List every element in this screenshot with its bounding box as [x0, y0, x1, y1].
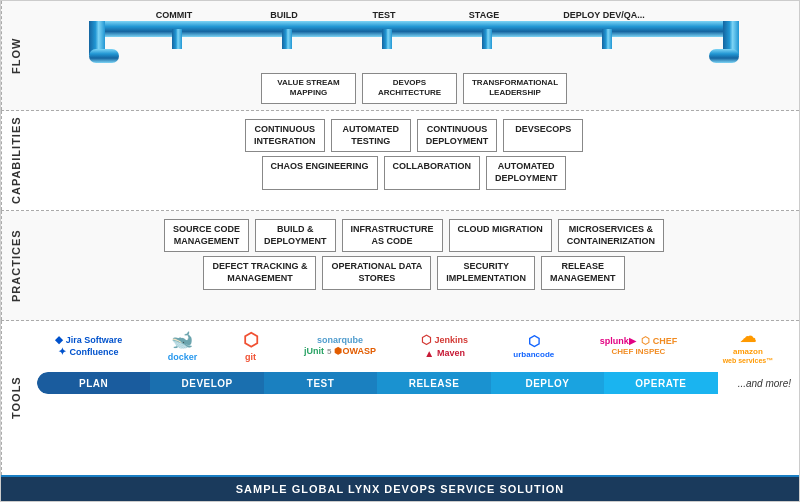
- svg-rect-13: [282, 29, 292, 49]
- urbancode-icon: ⬡: [528, 333, 540, 349]
- flow-row: FLOW COMMIT BUILD TEST STAGE DEPLOY DEV/…: [1, 1, 799, 111]
- tool-sonar-group: sonarqube jUnit 5 ⬢OWASP: [304, 335, 376, 356]
- prac-iac: INFRASTRUCTUREAS CODE: [342, 219, 443, 252]
- tool-urbancode: ⬡ urbancode: [513, 333, 554, 359]
- cap-chaos: CHAOS ENGINEERING: [262, 156, 378, 189]
- practices-label: PRACTICES: [1, 211, 29, 320]
- confluence-line: ✦ Confluence: [58, 346, 118, 357]
- seg-develop: DEVELOP: [150, 372, 263, 394]
- sep1: 5: [327, 347, 331, 356]
- maven-line: ▲ Maven: [424, 348, 465, 359]
- jira-line: ◆ Jira Software: [55, 334, 123, 345]
- maven-text: Maven: [437, 348, 465, 358]
- tool-splunk-chef: splunk▶ ⬡ CHEF CHEF INSPEC: [600, 335, 678, 356]
- svg-rect-14: [382, 29, 392, 49]
- capabilities-content: CONTINUOUSINTEGRATION AUTOMATEDTESTING C…: [29, 111, 799, 210]
- tool-jira-confluence: ◆ Jira Software ✦ Confluence: [55, 334, 123, 357]
- jenkins-text: Jenkins: [434, 335, 468, 345]
- confluence-icon: ✦: [58, 346, 66, 357]
- jenkins-icon: ⬡: [421, 333, 431, 347]
- chef-inspec-text: CHEF INSPEC: [612, 347, 666, 356]
- practices-row1: SOURCE CODEMANAGEMENT BUILD &DEPLOYMENT …: [37, 219, 791, 252]
- aws-text: amazon: [733, 347, 763, 356]
- cap-collab: COLLABORATION: [384, 156, 480, 189]
- cap-at: AUTOMATEDTESTING: [331, 119, 411, 152]
- cap-auto-deploy: AUTOMATEDDEPLOYMENT: [486, 156, 567, 189]
- footer: SAMPLE GLOBAL LYNX DEVOPS SERVICE SOLUTI…: [1, 475, 799, 501]
- and-more: ...and more!: [718, 378, 791, 389]
- junit-text: jUnit: [304, 346, 324, 356]
- svg-rect-10: [89, 49, 119, 63]
- capabilities-row1: CONTINUOUSINTEGRATION AUTOMATEDTESTING C…: [37, 119, 791, 152]
- pipeline-svg: COMMIT BUILD TEST STAGE DEPLOY DEV/QA...: [69, 7, 759, 69]
- owasp-text: ⬢OWASP: [334, 346, 376, 356]
- main-container: FLOW COMMIT BUILD TEST STAGE DEPLOY DEV/…: [0, 0, 800, 502]
- urbancode-text: urbancode: [513, 350, 554, 359]
- pipeline-bar-container: PLAN DEVELOP TEST RELEASE DEPLOY OPERATE…: [37, 372, 791, 394]
- chef-text: CHEF: [653, 336, 678, 346]
- jira-text: Jira Software: [66, 335, 123, 345]
- svg-rect-12: [172, 29, 182, 49]
- tools-row: TOOLS ◆ Jira Software ✦ Confluence 🐋: [1, 321, 799, 475]
- seg-release: RELEASE: [377, 372, 490, 394]
- junit-owasp-line: jUnit 5 ⬢OWASP: [304, 346, 376, 356]
- tool-jenkins-maven: ⬡ Jenkins ▲ Maven: [421, 333, 468, 359]
- seg-plan: PLAN: [37, 372, 150, 394]
- tools-content: ◆ Jira Software ✦ Confluence 🐋 docker ⬡: [29, 321, 799, 475]
- cap-cd: CONTINUOUSDEPLOYMENT: [417, 119, 498, 152]
- prac-security: SECURITYIMPLEMENTATION: [437, 256, 535, 289]
- maven-icon: ▲: [424, 348, 434, 359]
- docker-text: docker: [168, 352, 198, 362]
- tool-docker: 🐋 docker: [168, 329, 198, 362]
- flow-box-vsm: VALUE STREAMMAPPING: [261, 73, 356, 104]
- flow-box-trans-lead: TRANSFORMATIONALLEADERSHIP: [463, 73, 567, 104]
- svg-rect-16: [602, 29, 612, 49]
- svg-text:COMMIT: COMMIT: [156, 10, 193, 20]
- git-icon: ⬡: [243, 329, 259, 351]
- seg-operate: OPERATE: [604, 372, 717, 394]
- splunk-text: splunk▶: [600, 336, 636, 346]
- svg-text:TEST: TEST: [372, 10, 396, 20]
- splunk-line: splunk▶ ⬡ CHEF: [600, 335, 678, 346]
- cap-ci: CONTINUOUSINTEGRATION: [245, 119, 325, 152]
- jenkins-line: ⬡ Jenkins: [421, 333, 468, 347]
- capabilities-row: CAPABILITIES CONTINUOUSINTEGRATION AUTOM…: [1, 111, 799, 211]
- flow-boxes: VALUE STREAMMAPPING DEVOPSARCHITECTURE T…: [261, 73, 567, 104]
- jira-icon: ◆: [55, 334, 63, 345]
- aws-text2: web services™: [723, 357, 774, 364]
- tool-aws: ☁ amazon web services™: [723, 327, 774, 364]
- prac-defect: DEFECT TRACKING &MANAGEMENT: [203, 256, 316, 289]
- svg-rect-15: [482, 29, 492, 49]
- pipeline-bar: PLAN DEVELOP TEST RELEASE DEPLOY OPERATE: [37, 372, 718, 394]
- prac-scm: SOURCE CODEMANAGEMENT: [164, 219, 249, 252]
- prac-cloud: CLOUD MIGRATION: [449, 219, 552, 252]
- prac-release: RELEASEMANAGEMENT: [541, 256, 625, 289]
- sonarqube-text: sonarqube: [317, 335, 363, 345]
- tool-git: ⬡ git: [243, 329, 259, 362]
- seg-deploy: DEPLOY: [491, 372, 604, 394]
- practices-content: SOURCE CODEMANAGEMENT BUILD &DEPLOYMENT …: [29, 211, 799, 320]
- git-text: git: [245, 352, 256, 362]
- svg-text:STAGE: STAGE: [469, 10, 499, 20]
- footer-text: SAMPLE GLOBAL LYNX DEVOPS SERVICE SOLUTI…: [236, 483, 564, 495]
- prac-microservices: MICROSERVICES &CONTAINERIZATION: [558, 219, 664, 252]
- practices-row: PRACTICES SOURCE CODEMANAGEMENT BUILD &D…: [1, 211, 799, 321]
- aws-icon: ☁: [740, 327, 756, 346]
- tools-label: TOOLS: [1, 321, 29, 475]
- cap-devsecops: DEVSECOPS: [503, 119, 583, 152]
- svg-text:BUILD: BUILD: [270, 10, 298, 20]
- flow-label: FLOW: [1, 1, 29, 110]
- svg-rect-11: [709, 49, 739, 63]
- flow-content: COMMIT BUILD TEST STAGE DEPLOY DEV/QA...: [29, 1, 799, 110]
- confluence-text: Confluence: [69, 347, 118, 357]
- tools-logos: ◆ Jira Software ✦ Confluence 🐋 docker ⬡: [37, 327, 791, 364]
- seg-test: TEST: [264, 372, 377, 394]
- chef-icon: ⬡: [641, 335, 650, 346]
- svg-text:DEPLOY DEV/QA...: DEPLOY DEV/QA...: [563, 10, 644, 20]
- prac-opdata: OPERATIONAL DATASTORES: [322, 256, 431, 289]
- prac-build-deploy: BUILD &DEPLOYMENT: [255, 219, 336, 252]
- capabilities-label: CAPABILITIES: [1, 111, 29, 210]
- capabilities-row2: CHAOS ENGINEERING COLLABORATION AUTOMATE…: [37, 156, 791, 189]
- svg-rect-5: [89, 21, 739, 37]
- docker-icon: 🐋: [171, 329, 193, 351]
